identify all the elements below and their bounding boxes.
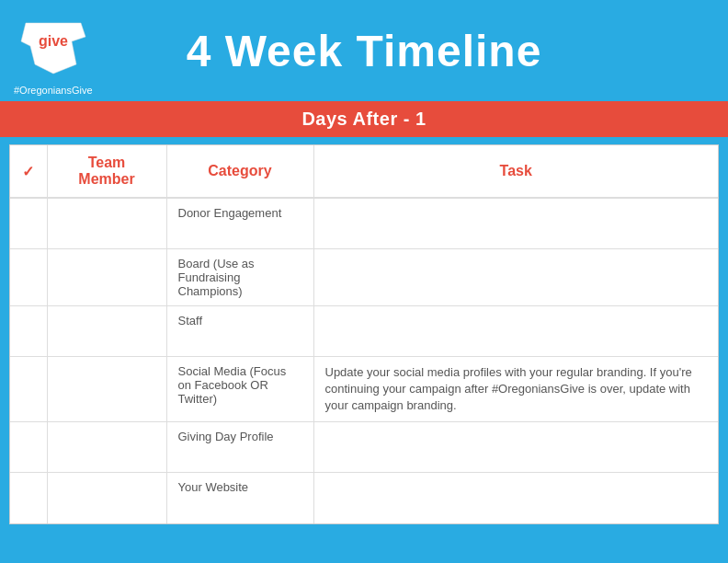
cell-check — [10, 198, 47, 248]
col-check: ✓ — [10, 145, 47, 198]
cell-check — [10, 248, 47, 305]
cell-check — [10, 422, 47, 473]
cell-team-member — [47, 356, 166, 422]
cell-task — [313, 305, 718, 356]
table-row: Giving Day Profile — [10, 422, 718, 473]
cell-category: Donor Engagement — [166, 198, 313, 248]
svg-text:give: give — [39, 33, 68, 49]
cell-team-member — [47, 305, 166, 356]
days-banner: Days After - 1 — [0, 101, 728, 137]
cell-check — [10, 305, 47, 356]
cell-team-member — [47, 198, 166, 248]
timeline-table: ✓ Team Member Category Task Donor Engage… — [10, 145, 718, 523]
table-row: Donor Engagement — [10, 198, 718, 248]
logo-icon: give — [17, 9, 90, 83]
hashtag-label: #OregoniansGive — [14, 85, 93, 96]
cell-team-member — [47, 248, 166, 305]
cell-category: Board (Use as Fundraising Champions) — [166, 248, 313, 305]
cell-task — [313, 422, 718, 473]
table-row: Your Website — [10, 473, 718, 523]
days-label: Days After - 1 — [301, 109, 426, 129]
cell-category: Giving Day Profile — [166, 422, 313, 473]
cell-category: Your Website — [166, 473, 313, 523]
cell-team-member — [47, 473, 166, 523]
col-category: Category — [166, 145, 313, 198]
col-task: Task — [313, 145, 718, 198]
cell-task — [313, 248, 718, 305]
col-team-member: Team Member — [47, 145, 166, 198]
header: give #OregoniansGive 4 Week Timeline — [0, 0, 728, 101]
timeline-table-container: ✓ Team Member Category Task Donor Engage… — [9, 144, 719, 524]
cell-check — [10, 473, 47, 523]
table-header-row: ✓ Team Member Category Task — [10, 145, 718, 198]
cell-team-member — [47, 422, 166, 473]
cell-task: Update your social media profiles with y… — [313, 356, 718, 422]
table-row: Board (Use as Fundraising Champions) — [10, 248, 718, 305]
page-title: 4 Week Timeline — [187, 26, 542, 76]
table-row: Social Media (Focus on Facebook OR Twitt… — [10, 356, 718, 422]
cell-category: Staff — [166, 305, 313, 356]
logo-area: give #OregoniansGive — [14, 9, 93, 96]
table-row: Staff — [10, 305, 718, 356]
cell-category: Social Media (Focus on Facebook OR Twitt… — [166, 356, 313, 422]
cell-task — [313, 198, 718, 248]
cell-task — [313, 473, 718, 523]
cell-check — [10, 356, 47, 422]
